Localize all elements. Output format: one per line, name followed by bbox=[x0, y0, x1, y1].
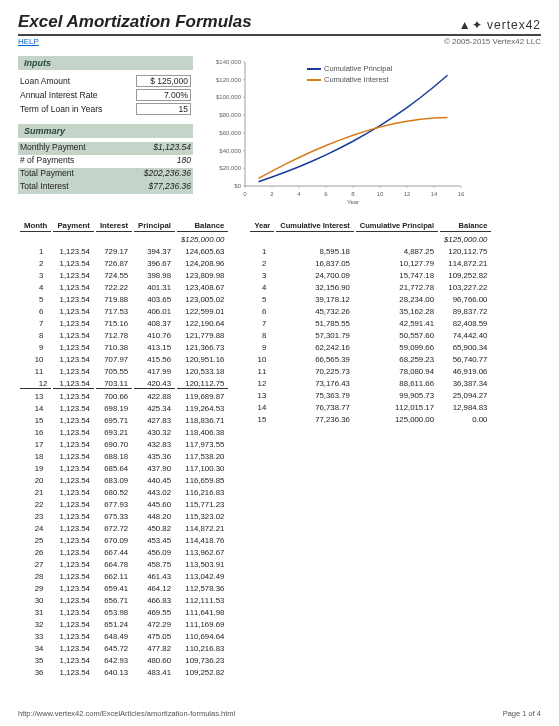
table-row: 41,123.54722.22401.31123,408.67 bbox=[20, 282, 228, 292]
table-row: 324,700.0915,747.18109,252.82 bbox=[250, 270, 491, 280]
help-link[interactable]: HELP bbox=[18, 37, 39, 46]
yearly-table: YearCumulative InterestCumulative Princi… bbox=[248, 218, 493, 426]
chart: $0$20,000$40,000$60,000$80,000$100,000$1… bbox=[207, 56, 467, 206]
monthly-table: MonthPaymentInterestPrincipalBalance$125… bbox=[18, 218, 230, 679]
chart-legend: Cumulative Principal Cumulative Interest bbox=[307, 64, 392, 86]
table-row: 251,123.54670.09453.45114,418.76 bbox=[20, 535, 228, 545]
loan-amount-input[interactable]: $ 125,000 bbox=[136, 75, 191, 87]
table-row: 281,123.54662.11461.43113,042.49 bbox=[20, 571, 228, 581]
svg-text:2: 2 bbox=[270, 191, 274, 197]
svg-text:0: 0 bbox=[243, 191, 247, 197]
table-row: 101,123.54707.97415.56120,951.16 bbox=[20, 354, 228, 364]
svg-text:10: 10 bbox=[377, 191, 384, 197]
footer-page: Page 1 of 4 bbox=[503, 709, 541, 718]
table-row: 271,123.54664.78458.75113,503.91 bbox=[20, 559, 228, 569]
table-row: 857,301.7950,557.6074,442.40 bbox=[250, 330, 491, 340]
total-interest-value: $77,236.36 bbox=[148, 181, 191, 194]
subheader: HELP © 2005-2015 Vertex42 LLC bbox=[18, 37, 541, 46]
col-header: Interest bbox=[96, 220, 132, 232]
table-row: 91,123.54710.38413.15121,366.73 bbox=[20, 342, 228, 352]
table-row: 131,123.54700.66422.88119,689.87 bbox=[20, 391, 228, 401]
col-header: Cumulative Interest bbox=[276, 220, 354, 232]
table-row: 539,178.1228,234.0096,766.00 bbox=[250, 294, 491, 304]
table-row: 18,595.184,887.25120,112.75 bbox=[250, 246, 491, 256]
term-input[interactable]: 15 bbox=[136, 103, 191, 115]
svg-text:$100,000: $100,000 bbox=[216, 94, 242, 100]
footer: http://www.vertex42.com/ExcelArticles/am… bbox=[18, 709, 541, 718]
table-row: 216,837.0510,127.79114,872.21 bbox=[250, 258, 491, 268]
table-row: 81,123.54712.78410.76121,779.88 bbox=[20, 330, 228, 340]
term-label: Term of Loan in Years bbox=[20, 104, 102, 114]
total-payment-label: Total Payment bbox=[20, 168, 74, 181]
table-row: 351,123.54642.93480.60109,736.23 bbox=[20, 655, 228, 665]
table-row: 241,123.54672.72450.82114,872.21 bbox=[20, 523, 228, 533]
svg-text:14: 14 bbox=[431, 191, 438, 197]
table-row: 51,123.54719.88403.65123,005.02 bbox=[20, 294, 228, 304]
table-row: 31,123.54724.55398.98123,809.98 bbox=[20, 270, 228, 280]
svg-text:$60,000: $60,000 bbox=[219, 130, 241, 136]
summary-heading: Summary bbox=[18, 124, 193, 138]
table-row: 121,123.54703.11420.43120,112.75 bbox=[20, 378, 228, 389]
table-row: 201,123.54683.09440.45116,659.85 bbox=[20, 475, 228, 485]
table-row: 11,123.54729.17394.37124,605.63 bbox=[20, 246, 228, 256]
svg-text:6: 6 bbox=[324, 191, 328, 197]
header: Excel Amortization Formulas ▲✦ vertex42 bbox=[18, 12, 541, 36]
table-row: 341,123.54645.72477.82110,216.83 bbox=[20, 643, 228, 653]
rate-label: Annual Interest Rate bbox=[20, 90, 98, 100]
monthly-payment-label: Monthly Payment bbox=[20, 142, 86, 155]
table-row: 71,123.54715.16408.37122,190.64 bbox=[20, 318, 228, 328]
table-row: 321,123.54651.24472.29111,169.69 bbox=[20, 619, 228, 629]
table-row: 1273,176.4388,611.6636,387.34 bbox=[250, 378, 491, 388]
svg-text:$140,000: $140,000 bbox=[216, 59, 242, 65]
table-row: 111,123.54705.55417.99120,533.18 bbox=[20, 366, 228, 376]
table-row: 751,785.5542,591.4182,408.59 bbox=[250, 318, 491, 328]
rate-input[interactable]: 7.00% bbox=[136, 89, 191, 101]
col-header: Month bbox=[20, 220, 51, 232]
table-row: 171,123.54690.70432.83117,973.55 bbox=[20, 439, 228, 449]
table-row: 645,732.2635,162.2889,837.72 bbox=[250, 306, 491, 316]
table-row: 61,123.54717.53406.01122,599.01 bbox=[20, 306, 228, 316]
col-header: Cumulative Principal bbox=[356, 220, 438, 232]
legend-principal: Cumulative Principal bbox=[324, 64, 392, 73]
svg-text:$0: $0 bbox=[234, 183, 241, 189]
table-row: 1375,363.7999,905.7325,094.27 bbox=[250, 390, 491, 400]
svg-text:4: 4 bbox=[297, 191, 301, 197]
table-row: 432,156.9021,772.78103,227.22 bbox=[250, 282, 491, 292]
total-interest-label: Total Interest bbox=[20, 181, 69, 194]
table-row: 311,123.54653.98469.55111,641.98 bbox=[20, 607, 228, 617]
col-header: Balance bbox=[440, 220, 491, 232]
table-row: 221,123.54677.93445.60115,771.23 bbox=[20, 499, 228, 509]
svg-text:$120,000: $120,000 bbox=[216, 77, 242, 83]
total-payment-value: $202,236.36 bbox=[144, 168, 191, 181]
col-header: Payment bbox=[53, 220, 94, 232]
inputs-heading: Inputs bbox=[18, 56, 193, 70]
copyright: © 2005-2015 Vertex42 LLC bbox=[444, 37, 541, 46]
logo: ▲✦ vertex42 bbox=[459, 18, 541, 32]
svg-text:$40,000: $40,000 bbox=[219, 148, 241, 154]
table-row: 962,242.1659,099.6665,900.34 bbox=[250, 342, 491, 352]
table-row: 161,123.54693.21430.32118,406.38 bbox=[20, 427, 228, 437]
table-row: 191,123.54685.64437.90117,100.30 bbox=[20, 463, 228, 473]
table-row: 1170,225.7378,080.9446,919.06 bbox=[250, 366, 491, 376]
svg-text:$80,000: $80,000 bbox=[219, 112, 241, 118]
table-row: 181,123.54688.18435.36117,538.20 bbox=[20, 451, 228, 461]
col-header: Principal bbox=[134, 220, 175, 232]
legend-interest: Cumulative Interest bbox=[324, 75, 389, 84]
loan-amount-label: Loan Amount bbox=[20, 76, 70, 86]
table-row: 361,123.54640.13483.41109,252.82 bbox=[20, 667, 228, 677]
table-row: 1066,565.3968,259.2356,740.77 bbox=[250, 354, 491, 364]
table-row: 301,123.54656.71466.83112,111.53 bbox=[20, 595, 228, 605]
table-row: 331,123.54648.49475.05110,694.64 bbox=[20, 631, 228, 641]
page-title: Excel Amortization Formulas bbox=[18, 12, 252, 32]
svg-text:$20,000: $20,000 bbox=[219, 165, 241, 171]
start-balance: $125,000.00 bbox=[440, 234, 491, 244]
table-row: 291,123.54659.41464.12112,578.36 bbox=[20, 583, 228, 593]
col-header: Balance bbox=[177, 220, 228, 232]
col-header: Year bbox=[250, 220, 274, 232]
table-row: 231,123.54675.33448.20115,323.02 bbox=[20, 511, 228, 521]
payment-count-label: # of Payments bbox=[20, 155, 74, 168]
svg-text:8: 8 bbox=[351, 191, 355, 197]
svg-text:Year: Year bbox=[347, 199, 359, 205]
table-row: 151,123.54695.71427.83118,836.71 bbox=[20, 415, 228, 425]
svg-text:16: 16 bbox=[458, 191, 465, 197]
